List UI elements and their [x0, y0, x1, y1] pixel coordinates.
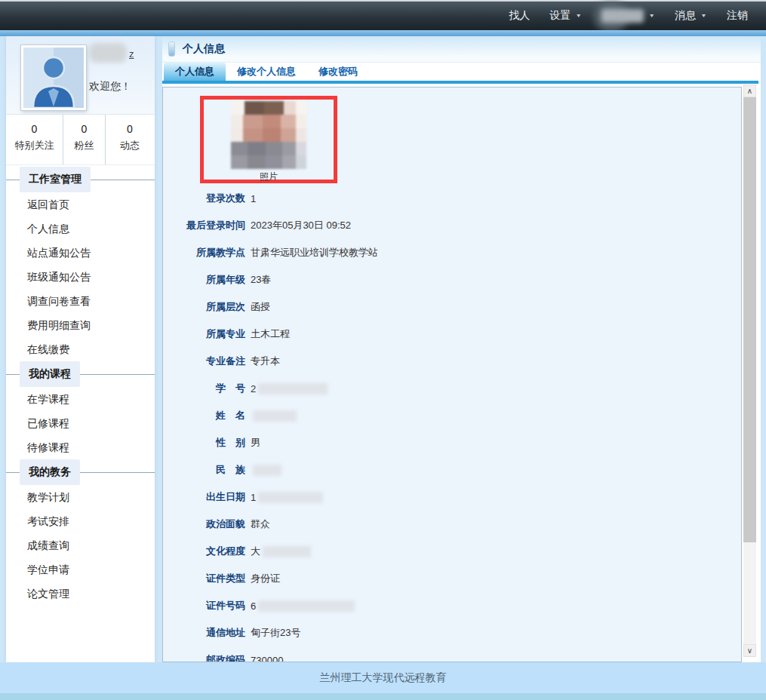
field-row-education-level: 文化程度 大 — [163, 538, 741, 565]
sidebar-item-exam-schedule[interactable]: 考试安排 — [6, 509, 155, 533]
stat-label: 特别关注 — [6, 139, 63, 152]
find-people-link[interactable]: 找人 — [509, 9, 530, 23]
scrollbar-track[interactable] — [743, 542, 756, 644]
page-header: 个人信息 — [162, 36, 761, 63]
user-avatar-icon — [21, 45, 86, 110]
profile-photo-blurred — [231, 101, 306, 169]
top-navigation-bar: 找人 设置 ▼ ▼ 消息 ▼ 注销 — [0, 0, 766, 30]
field-row-last-login: 最后登录时间 2023年05月30日 09:52 — [163, 212, 741, 239]
field-row-name: 姓 名 — [163, 402, 741, 429]
sidebar-item-completed-courses[interactable]: 已修课程 — [6, 411, 155, 435]
scrollbar-thumb[interactable] — [743, 97, 756, 542]
sidebar-item-return-home[interactable]: 返回首页 — [6, 192, 155, 216]
field-row-postal-code: 邮政编码 730000 — [163, 646, 741, 662]
sidebar-item-grade-query[interactable]: 成绩查询 — [6, 533, 155, 557]
tab-bar: 个人信息 修改个人信息 修改密码 — [162, 63, 761, 81]
sidebar-item-survey-view[interactable]: 调查问卷查看 — [6, 289, 155, 313]
footer: 兰州理工大学现代远程教育 — [0, 662, 766, 693]
stat-special-follow[interactable]: 0 特别关注 — [6, 115, 63, 164]
find-people-label: 找人 — [509, 9, 530, 23]
personal-info-panel: 照片 登录次数 1 最后登录时间 2023年05月30日 09:52 所属教学点… — [162, 87, 742, 662]
field-row-login-count: 登录次数 1 — [163, 185, 741, 212]
sidebar-item-thesis-management[interactable]: 论文管理 — [6, 582, 155, 606]
tab-edit-personal-info[interactable]: 修改个人信息 — [226, 63, 307, 81]
tab-personal-info[interactable]: 个人信息 — [164, 63, 226, 81]
sidebar-menu: 工作室管理 返回首页 个人信息 站点通知公告 班级通知公告 调查问卷查看 费用明… — [6, 165, 155, 606]
photo-highlight-red-box: 照片 — [200, 96, 337, 183]
scroll-down-button[interactable]: ∨ — [743, 644, 756, 657]
sidebar-item-class-notices[interactable]: 班级通知公告 — [6, 265, 155, 289]
field-row-student-id: 学 号 2 — [163, 375, 741, 402]
field-row-id-number: 证件号码 6 — [163, 592, 741, 619]
field-row-id-type: 证件类型 身份证 — [163, 565, 741, 592]
main-content: 个人信息 个人信息 修改个人信息 修改密码 照片 登录次数 1 最后登录时间 2… — [162, 36, 761, 662]
photo-caption: 照片 — [204, 170, 334, 183]
footer-bottom-strip — [0, 693, 766, 700]
stat-label: 动态 — [106, 139, 154, 152]
user-name-fragment[interactable]: z — [129, 48, 134, 60]
section-title: 我的课程 — [20, 361, 80, 387]
stat-value: 0 — [106, 123, 154, 135]
stat-value: 0 — [63, 123, 105, 135]
field-row-political-status: 政治面貌 群众 — [163, 511, 741, 538]
caret-down-icon: ▼ — [648, 13, 655, 19]
logout-label: 注销 — [727, 9, 748, 23]
sidebar-item-fee-details[interactable]: 费用明细查询 — [6, 313, 155, 337]
section-title: 我的教务 — [20, 459, 80, 485]
tab-change-password[interactable]: 修改密码 — [307, 63, 369, 81]
field-row-level: 所属层次 函授 — [163, 293, 741, 321]
sidebar-item-site-notices[interactable]: 站点通知公告 — [6, 241, 155, 265]
field-row-grade: 所属年级 23春 — [163, 266, 741, 293]
user-name-blurred — [89, 43, 127, 63]
field-row-ethnicity: 民 族 — [163, 456, 741, 484]
scroll-up-button[interactable]: ∧ — [743, 84, 756, 97]
redacted-value — [258, 600, 355, 612]
logout-link[interactable]: 注销 — [727, 9, 748, 23]
user-name-blurred — [601, 9, 644, 23]
vertical-scrollbar: ∧ ∨ — [743, 84, 756, 657]
field-row-mailing-address: 通信地址 甸子街23号 — [163, 619, 741, 646]
sidebar-item-current-courses[interactable]: 在学课程 — [6, 387, 155, 411]
redacted-value — [258, 383, 328, 395]
sidebar-item-personal-info[interactable]: 个人信息 — [6, 216, 155, 241]
field-row-major: 所属专业 土木工程 — [163, 321, 741, 348]
messages-label: 消息 — [675, 9, 696, 23]
profile-stats: 0 特别关注 0 粉丝 0 动态 — [6, 114, 155, 165]
caret-down-icon: ▼ — [575, 13, 582, 19]
sidebar: z 欢迎您！ 0 特别关注 0 粉丝 0 动态 工作室管理 返回首页 个人信息 … — [6, 36, 155, 662]
page-title: 个人信息 — [183, 42, 225, 56]
field-row-major-note: 专业备注 专升本 — [163, 348, 741, 375]
stat-label: 粉丝 — [63, 139, 105, 152]
user-account-menu[interactable]: ▼ — [601, 9, 655, 23]
footer-text: 兰州理工大学现代远程教育 — [320, 671, 447, 683]
caret-down-icon: ▼ — [700, 13, 707, 19]
settings-menu[interactable]: 设置 ▼ — [549, 9, 582, 23]
header-accent-strip — [0, 30, 766, 36]
sidebar-item-online-payment[interactable]: 在线缴费 — [6, 337, 155, 361]
field-row-teaching-site: 所属教学点 甘肃华远职业培训学校教学站 — [163, 239, 741, 266]
chevron-down-icon: ∨ — [747, 646, 752, 655]
redacted-value — [258, 492, 323, 503]
stat-fans[interactable]: 0 粉丝 — [63, 115, 106, 164]
messages-menu[interactable]: 消息 ▼ — [675, 9, 707, 23]
redacted-value — [253, 410, 297, 422]
redacted-value — [263, 546, 311, 557]
chevron-up-icon: ∧ — [747, 87, 752, 95]
header-pill-icon — [168, 41, 175, 57]
field-row-gender: 性 别 男 — [163, 429, 741, 456]
stat-value: 0 — [6, 123, 63, 135]
field-row-birth-date: 出生日期 1 — [163, 484, 741, 511]
sidebar-item-teaching-plan[interactable]: 教学计划 — [6, 485, 155, 509]
menu-section-my-courses: 我的课程 — [6, 361, 155, 387]
menu-section-studio-management: 工作室管理 — [6, 167, 155, 192]
tab-underline — [162, 81, 758, 84]
sidebar-item-degree-application[interactable]: 学位申请 — [6, 557, 155, 582]
fields-list: 登录次数 1 最后登录时间 2023年05月30日 09:52 所属教学点 甘肃… — [163, 185, 741, 662]
sidebar-item-pending-courses[interactable]: 待修课程 — [6, 435, 155, 459]
settings-label: 设置 — [549, 9, 571, 23]
profile-card: z 欢迎您！ — [6, 36, 155, 114]
redacted-value — [253, 465, 281, 476]
stat-updates[interactable]: 0 动态 — [106, 115, 154, 164]
section-title: 工作室管理 — [20, 167, 91, 192]
menu-section-my-academics: 我的教务 — [6, 459, 155, 485]
